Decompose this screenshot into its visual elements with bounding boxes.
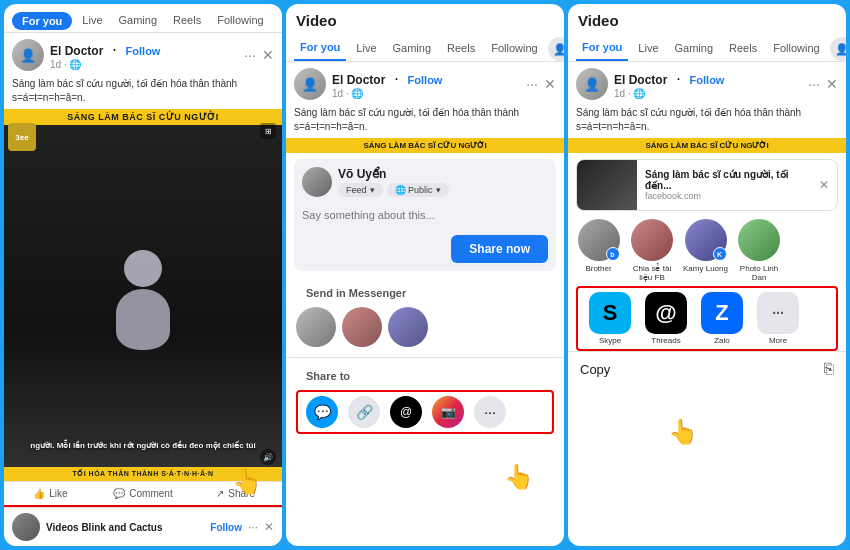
tab-for-you-3[interactable]: For you [576, 37, 628, 61]
share-now-btn-2[interactable]: Share now [451, 235, 548, 263]
volume-icon-1[interactable]: 🔊 [260, 449, 276, 465]
tab-reels-3[interactable]: Reels [723, 38, 763, 60]
panel-title-2: Video [286, 4, 564, 31]
tab-gaming-2[interactable]: Gaming [387, 38, 438, 60]
instagram-icon-2[interactable]: 📷 [432, 396, 464, 428]
tab-following-2[interactable]: Following [485, 38, 543, 60]
tab-following-1[interactable]: Following [211, 10, 269, 32]
share-to-section-2: Share to 💬 🔗 @ 📷 ··· [286, 357, 564, 440]
skype-name: Skype [599, 336, 621, 345]
post-dots-1[interactable]: ··· [244, 47, 256, 63]
share-grid-item-photo[interactable]: Photo Linh Dan [734, 219, 784, 282]
post-text-1: Sáng làm bác sĩ cứu người, tối đến hóa t… [4, 77, 282, 109]
tab-gaming-3[interactable]: Gaming [669, 38, 720, 60]
m-avatar-3 [388, 307, 428, 347]
tab-for-you-1[interactable]: For you [12, 12, 72, 30]
comment-btn-1[interactable]: 💬 Comment [97, 482, 190, 505]
messenger-avatars-2 [296, 303, 554, 351]
footer-channel-1: Videos Blink and Cactus [46, 522, 204, 533]
app-skype-wrap[interactable]: S Skype [586, 292, 634, 345]
messenger-avatar-item-1[interactable] [296, 307, 336, 347]
profile-icon-3[interactable]: 👤 [830, 37, 846, 61]
author-name-2: El Doctor [332, 73, 385, 87]
video-logo-1: 3ee [8, 123, 36, 151]
post-text-2: Sáng làm bác sĩ cứu người, tối đến hóa t… [286, 106, 564, 138]
share-grid-avatar-brother: b [578, 219, 620, 261]
app-zalo-wrap[interactable]: Z Zalo [698, 292, 746, 345]
messenger-section-2: Send in Messenger [286, 275, 564, 357]
tab-reels-2[interactable]: Reels [441, 38, 481, 60]
share-now-wrap-2: Share now [302, 231, 548, 263]
follow-btn-1[interactable]: Follow [126, 45, 161, 57]
follow-btn-2[interactable]: Follow [408, 74, 443, 86]
tab-live-3[interactable]: Live [632, 38, 664, 60]
post-meta-1: 1d · 🌐 [50, 59, 240, 70]
m-avatar-2 [342, 307, 382, 347]
author-info-3: El Doctor · Follow 1d · 🌐 [614, 70, 804, 99]
link-icon-2[interactable]: 🔗 [348, 396, 380, 428]
video-bg-1: SÁNG LÀM BÁC SĨ CỨU NGƯỜI 3ee ⊞ người. M… [4, 109, 282, 481]
share-to-label-2: Share to [296, 364, 554, 386]
post-dots-2[interactable]: ··· [526, 76, 538, 92]
tab-for-you-2[interactable]: For you [294, 37, 346, 61]
zalo-icon: Z [701, 292, 743, 334]
profile-icon-2[interactable]: 👤 [548, 37, 564, 61]
copy-icon-3[interactable]: ⎘ [824, 360, 834, 378]
feed-pill-2[interactable]: Feed ▾ [338, 183, 383, 197]
link-preview-box-3: Sáng làm bác sĩ cứu người, tối đến... fa… [576, 159, 838, 211]
avatar-1: 👤 [12, 39, 44, 71]
footer-x-1[interactable]: ✕ [264, 520, 274, 534]
avatar-3: 👤 [576, 68, 608, 100]
follow-btn-3[interactable]: Follow [690, 74, 725, 86]
footer-close-1[interactable]: ··· [248, 520, 258, 534]
share-grid-item-brother[interactable]: b Brother [576, 219, 621, 282]
post-close-2[interactable]: ✕ [544, 76, 556, 92]
messenger-avatar-item-2[interactable] [342, 307, 382, 347]
rec-icon-1: ⊞ [260, 123, 276, 139]
share-label-1: Share [228, 488, 255, 499]
app-more-wrap[interactable]: ··· More [754, 292, 802, 345]
share-grid-item-kamy[interactable]: K Kamy Luong [683, 219, 728, 282]
threads-name: Threads [651, 336, 680, 345]
post-dots-3[interactable]: ··· [808, 76, 820, 92]
more-name: More [769, 336, 787, 345]
share-grid-name-photo: Photo Linh Dan [734, 264, 784, 282]
zalo-name: Zalo [714, 336, 730, 345]
tab-following-3[interactable]: Following [767, 38, 825, 60]
mini-banner-3: SÁNG LÀM BÁC SĨ CỨU NGƯỜI [568, 138, 846, 153]
share-grid-item-fb[interactable]: Chia sẻ tài liệu FB [627, 219, 677, 282]
app-threads-wrap[interactable]: @ Threads [642, 292, 690, 345]
feed-arrow-2: ▾ [370, 185, 375, 195]
nav-icons-3: 👤 🔍 [830, 37, 846, 61]
threads-icon-2[interactable]: @ [390, 396, 422, 428]
messenger-avatar-item-3[interactable] [388, 307, 428, 347]
messenger-icon-2[interactable]: 💬 [306, 396, 338, 428]
footer-follow-btn-1[interactable]: Follow [210, 522, 242, 533]
share-grid-avatar-fb [631, 219, 673, 261]
ghost-figure-1 [113, 250, 173, 350]
mini-banner-2: SÁNG LÀM BÁC SĨ CỨU NGƯỜI [286, 138, 564, 153]
link-preview-close-3[interactable]: ✕ [811, 178, 837, 192]
like-btn-1[interactable]: 👍 Like [4, 482, 97, 505]
panel-2: Video For you Live Gaming Reels Followin… [286, 4, 564, 546]
messenger-label-2: Send in Messenger [296, 281, 554, 303]
share-input-2[interactable] [302, 205, 548, 225]
copy-row-3: Copy ⎘ [568, 351, 846, 386]
tab-reels-1[interactable]: Reels [167, 10, 207, 32]
post-header-2: 👤 El Doctor · Follow 1d · 🌐 ··· ✕ [286, 62, 564, 106]
ghost-head-1 [124, 250, 162, 287]
public-pill-2[interactable]: 🌐 Public ▾ [387, 183, 449, 197]
share-grid-3: b Brother Chia sẻ tài liệu FB K Kamy Luo… [568, 215, 846, 286]
share-btn-1[interactable]: ↗ Share [189, 482, 282, 505]
link-preview-info-3: Sáng làm bác sĩ cứu người, tối đến... fa… [637, 165, 811, 205]
author-info-1: El Doctor · Follow 1d · 🌐 [50, 41, 240, 70]
tab-gaming-1[interactable]: Gaming [113, 10, 164, 32]
video-container-1[interactable]: SÁNG LÀM BÁC SĨ CỨU NGƯỜI 3ee ⊞ người. M… [4, 109, 282, 481]
tab-live-1[interactable]: Live [76, 10, 108, 32]
more-icon-2[interactable]: ··· [474, 396, 506, 428]
tab-live-2[interactable]: Live [350, 38, 382, 60]
share-grid-avatar-kamy: K [685, 219, 727, 261]
footer-suggestion-1: Videos Blink and Cactus Follow ··· ✕ [4, 507, 282, 546]
post-close-3[interactable]: ✕ [826, 76, 838, 92]
post-close-1[interactable]: ✕ [262, 47, 274, 63]
